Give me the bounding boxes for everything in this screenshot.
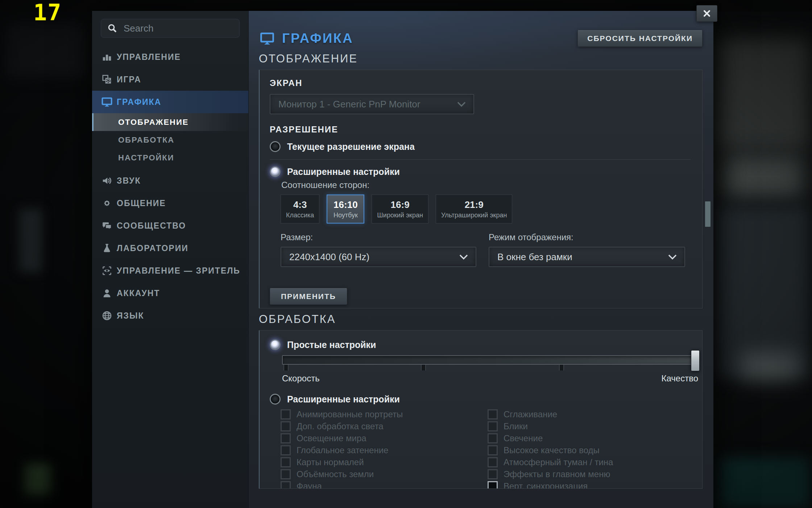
sidebar-subitem-rendering[interactable]: ОБРАБОТКА	[92, 131, 248, 149]
slider-handle[interactable]	[691, 350, 700, 371]
fps-counter: 17	[33, 1, 62, 24]
radio-advanced-settings[interactable]: Расширенные настройки	[270, 394, 400, 405]
checkbox-icon[interactable]	[281, 421, 291, 431]
search-box[interactable]	[101, 19, 240, 38]
checkbox-icon[interactable]	[281, 409, 291, 419]
size-select[interactable]: 812x508 (60 Hz)	[281, 247, 476, 267]
sidebar-item-label: ЗВУК	[117, 176, 141, 186]
checkbox-icon[interactable]	[281, 481, 291, 489]
display-mode-select[interactable]: В окне без рамки	[489, 247, 685, 267]
advanced-options-left: Анимированные портреты Доп. обработка св…	[281, 408, 488, 489]
sidebar-item-account[interactable]: АККАУНТ	[92, 282, 248, 304]
sidebar-subitem-options[interactable]: НАСТРОЙКИ	[92, 149, 248, 167]
apply-button[interactable]: ПРИМЕНИТЬ	[270, 288, 347, 305]
aspect-button-16-9[interactable]: 16:9 Широкий экран	[372, 194, 428, 224]
checkbox-icon[interactable]	[488, 445, 498, 455]
sidebar-subitem-display[interactable]: ОТОБРАЖЕНИЕ	[92, 113, 248, 131]
globe-icon	[101, 310, 113, 321]
advanced-options-grid: Анимированные портреты Доп. обработка св…	[270, 408, 692, 489]
checkbox-normal-maps[interactable]: Карты нормалей	[281, 456, 488, 468]
levels-icon	[101, 52, 113, 62]
sidebar-item-game[interactable]: ИГРА	[92, 68, 248, 91]
radio-simple-settings[interactable]: Простые настройки	[270, 339, 376, 350]
page-title: ГРАФИКА	[259, 31, 353, 46]
radio-icon	[270, 339, 281, 350]
scrollbar-thumb[interactable]	[705, 201, 710, 227]
checkbox-high-quality-water[interactable]: Высокое качество воды	[488, 444, 613, 456]
slider-labels: Скорость Качество	[282, 373, 698, 384]
sidebar-item-sound[interactable]: ЗВУК	[92, 169, 248, 192]
aspect-button-16-10[interactable]: 16:10 Ноутбук	[327, 194, 364, 224]
checkbox-icon[interactable]	[488, 433, 498, 443]
monitor-icon	[259, 31, 276, 46]
sidebar-subitem-label: НАСТРОЙКИ	[118, 153, 174, 163]
checkbox-icon[interactable]	[281, 457, 291, 467]
flask-icon	[101, 243, 113, 254]
chevron-down-icon	[459, 254, 468, 260]
monitor-select: Монитор 1 - Generic PnP Monitor	[270, 94, 474, 114]
checkbox-ambient-occlusion[interactable]: Глобальное затенение	[281, 444, 488, 456]
slider-left-label: Скорость	[282, 373, 320, 384]
slider-track[interactable]	[282, 355, 698, 365]
radio-advanced-resolution[interactable]: Расширенные настройки	[270, 166, 400, 177]
display-section-title: ОТОБРАЖЕНИЕ	[259, 52, 703, 65]
resolution-heading: РАЗРЕШЕНИЕ	[270, 124, 692, 135]
settings-window: УПРАВЛЕНИЕ ИГРА	[92, 11, 713, 508]
checkbox-icon[interactable]	[488, 481, 498, 489]
slider-tick	[559, 365, 564, 370]
checkbox-icon[interactable]	[488, 457, 498, 467]
aspect-button-4-3[interactable]: 4:3 Классика	[281, 194, 319, 224]
slider-tick	[421, 365, 426, 370]
checkbox-fauna[interactable]: Фауна	[281, 480, 488, 489]
chevron-down-icon	[457, 101, 466, 107]
sidebar-item-label: ЯЗЫК	[117, 311, 144, 321]
size-and-mode-row: Размер: 812x508 (60 Hz) Режим отображе…	[281, 232, 692, 267]
search-icon	[107, 23, 118, 34]
settings-sidebar: УПРАВЛЕНИЕ ИГРА	[92, 11, 249, 508]
person-icon	[101, 288, 113, 299]
checkbox-world-lighting[interactable]: Освещение мира	[281, 432, 488, 444]
sidebar-item-label: УПРАВЛЕНИЕ	[117, 52, 181, 62]
spectate-icon	[101, 265, 113, 276]
settings-content: ГРАФИКА СБРОСИТЬ НАСТРОЙКИ ОТОБРАЖЕНИЕ Э…	[249, 11, 713, 508]
reset-settings-button[interactable]: СБРОСИТЬ НАСТРОЙКИ	[577, 30, 703, 47]
checkbox-icon[interactable]	[488, 409, 498, 419]
sidebar-item-labs[interactable]: ЛАБОРАТОРИИ	[92, 237, 248, 259]
sidebar-item-controls[interactable]: УПРАВЛЕНИЕ	[92, 46, 248, 68]
checkbox-main-menu-effects[interactable]: Эффекты в главном меню	[488, 468, 613, 480]
page-title-text: ГРАФИКА	[282, 31, 353, 46]
sidebar-item-video[interactable]: ГРАФИКА	[92, 91, 248, 113]
checkbox-icon[interactable]	[281, 445, 291, 455]
checkbox-specular[interactable]: Блики	[488, 420, 613, 432]
sidebar-item-label: АККАУНТ	[117, 288, 160, 298]
checkbox-icon[interactable]	[488, 421, 498, 431]
checkbox-antialiasing[interactable]: Сглаживание	[488, 408, 613, 420]
content-header: ГРАФИКА СБРОСИТЬ НАСТРОЙКИ	[259, 29, 703, 48]
close-button[interactable]	[696, 5, 717, 22]
advanced-options-right: Сглаживание Блики Свечение Высокое качес…	[488, 408, 613, 489]
checkbox-icon[interactable]	[488, 469, 498, 479]
screen-heading: ЭКРАН	[270, 78, 692, 88]
display-mode-value: В окне без рамки	[497, 251, 572, 263]
sidebar-item-communication[interactable]: ОБЩЕНИЕ	[92, 192, 248, 214]
checkbox-additional-lighting[interactable]: Доп. обработка света	[281, 420, 488, 432]
search-input[interactable]	[123, 22, 233, 34]
radio-current-resolution[interactable]: Текущее разрешение экрана	[270, 141, 415, 152]
checkbox-vsync[interactable]: Верт. синхронизация	[488, 480, 613, 489]
checkbox-glow[interactable]: Свечение	[488, 432, 613, 444]
sidebar-item-language[interactable]: ЯЗЫК	[92, 304, 248, 327]
checkbox-atmospheric-fog[interactable]: Атмосферный туман / тина	[488, 456, 613, 468]
sidebar-item-community[interactable]: СООБЩЕСТВО	[92, 214, 248, 237]
radio-icon	[270, 141, 281, 152]
checkbox-ground-parallax[interactable]: Объёмность земли	[281, 468, 488, 480]
checkbox-icon[interactable]	[281, 469, 291, 479]
size-select-value: 812x508 (60 Hz)	[289, 251, 369, 263]
divider	[270, 159, 691, 160]
checkbox-icon[interactable]	[281, 433, 291, 443]
sidebar-subitem-label: ОТОБРАЖЕНИЕ	[118, 118, 189, 127]
aspect-ratio-label: Соотношение сторон:	[281, 180, 692, 190]
chevron-down-icon	[668, 254, 677, 260]
sidebar-item-spectating[interactable]: УПРАВЛЕНИЕ — ЗРИТЕЛЬ	[92, 259, 248, 282]
checkbox-animated-portraits[interactable]: Анимированные портреты	[281, 408, 488, 420]
aspect-button-21-9[interactable]: 21:9 Ультраширокий экран	[436, 194, 513, 224]
